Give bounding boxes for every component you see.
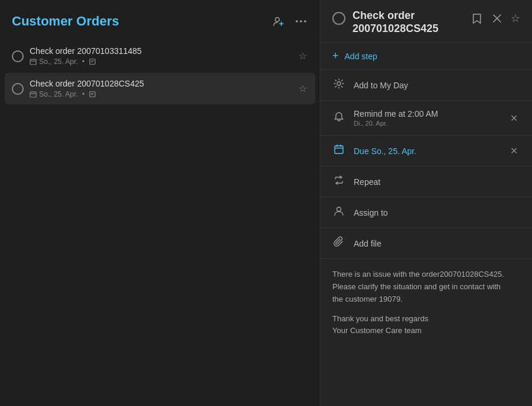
task-date: So., 25. Apr. [39,57,78,66]
paperclip-icon [332,236,345,250]
remind-me-row[interactable]: Remind me at 2:00 AM Di., 20. Apr. ✕ [321,100,532,135]
task-content: Check order 200701028CS425 So., 25. Apr.… [30,79,291,98]
note-line-5: Thank you and best regards [332,313,520,325]
ellipsis-icon [296,20,306,23]
svg-point-5 [304,20,306,23]
close-icon [493,14,501,23]
task-item[interactable]: Check order 20070103311485 So., 25. Apr.… [5,40,315,72]
task-list: Check order 20070103311485 So., 25. Apr.… [0,38,320,107]
task-title: Check order 200701028CS425 [30,79,291,88]
svg-point-35 [337,207,341,212]
add-file-row[interactable]: Add file [321,228,532,258]
add-person-button[interactable] [269,12,288,31]
calendar-icon-svg [334,144,344,155]
due-date-row[interactable]: Due So., 25. Apr. ✕ [321,135,532,166]
task-complete-checkbox[interactable] [12,83,24,95]
bell-icon [332,111,345,125]
assign-to-label: Assign to [354,208,388,218]
add-file-label: Add file [354,239,382,248]
svg-point-4 [300,20,302,23]
repeat-label: Repeat [354,177,380,187]
svg-line-30 [335,87,336,87]
repeat-icon [332,175,345,188]
detail-title-block: Check order 200701028CS425 [352,9,438,35]
assign-person-icon [332,206,345,219]
svg-rect-6 [30,59,36,65]
svg-rect-13 [30,92,36,97]
detail-header-actions: ☆ [468,9,523,27]
due-calendar-icon [332,144,345,158]
add-to-my-day-row[interactable]: Add to My Day [321,69,532,100]
header-actions [269,12,310,31]
right-panel: Check order 200701028CS425 ☆ + Add step [320,0,532,406]
person-icon-svg [334,206,344,216]
task-star-button[interactable]: ☆ [297,82,308,95]
task-complete-checkbox[interactable] [12,50,24,62]
task-title: Check order 20070103311485 [30,46,291,56]
task-item[interactable]: Check order 200701028CS425 So., 25. Apr.… [5,73,315,104]
notes-area[interactable]: There is an issue with the order20070102… [321,258,532,406]
person-add-icon [273,16,284,27]
bell-icon-svg [334,111,344,122]
due-date-label: Due So., 25. Apr. [354,146,416,156]
detail-header-left: Check order 200701028CS425 [332,9,438,35]
detail-close-button[interactable] [488,9,506,27]
remind-sub: Di., 20. Apr. [354,120,438,127]
add-to-my-day-label: Add to My Day [354,81,408,90]
detail-task-title-line1: Check order [352,9,438,23]
note-line-3: the customer 19079. [332,293,520,306]
bookmark-icon [472,13,482,24]
left-header: Customer Orders [0,0,320,38]
note-icon [89,58,96,65]
detail-header: Check order 200701028CS425 ☆ [321,0,532,42]
assign-to-row[interactable]: Assign to [321,197,532,228]
note-line-2: Please clarify the situation and get in … [332,281,520,293]
repeat-icon-svg [334,175,344,186]
svg-point-0 [275,18,280,22]
task-meta: So., 25. Apr. • [30,57,291,66]
svg-rect-31 [335,146,343,154]
remind-content: Remind me at 2:00 AM Di., 20. Apr. [354,109,438,127]
calendar-icon [30,91,37,98]
detail-bookmark-button[interactable] [468,9,486,27]
svg-line-29 [342,80,342,81]
note-line-6: Your Customer Care team [332,325,520,337]
sun-icon [332,78,345,92]
left-panel: Customer Orders [0,0,320,406]
repeat-row[interactable]: Repeat [321,166,532,197]
note-icon [89,91,96,98]
more-options-button[interactable] [291,12,310,31]
task-date: So., 25. Apr. [39,90,78,98]
dot-separator: • [82,90,84,98]
svg-line-27 [335,80,336,81]
detail-star-button[interactable]: ☆ [508,11,523,26]
calendar-icon [30,58,37,65]
task-star-button[interactable]: ☆ [297,49,308,63]
due-close-button[interactable]: ✕ [508,144,520,158]
remind-close-button[interactable]: ✕ [508,111,520,125]
add-step-row[interactable]: + Add step [321,42,532,69]
svg-point-3 [296,20,298,23]
app-title: Customer Orders [12,14,119,29]
sun-icon-svg [334,78,344,89]
svg-line-28 [342,87,342,87]
note-line-1: There is an issue with the order20070102… [332,268,520,281]
detail-complete-checkbox[interactable] [332,12,345,25]
add-step-label: Add step [345,52,377,61]
svg-point-22 [337,82,341,85]
remind-label: Remind me at 2:00 AM [354,109,438,119]
task-meta: So., 25. Apr. • [30,90,291,98]
task-content: Check order 20070103311485 So., 25. Apr.… [30,46,291,66]
dot-separator: • [82,57,84,66]
add-step-icon: + [332,50,339,62]
paperclip-icon-svg [334,236,344,247]
detail-task-title-line2: 200701028CS425 [352,23,438,36]
note-spacer [332,306,520,313]
